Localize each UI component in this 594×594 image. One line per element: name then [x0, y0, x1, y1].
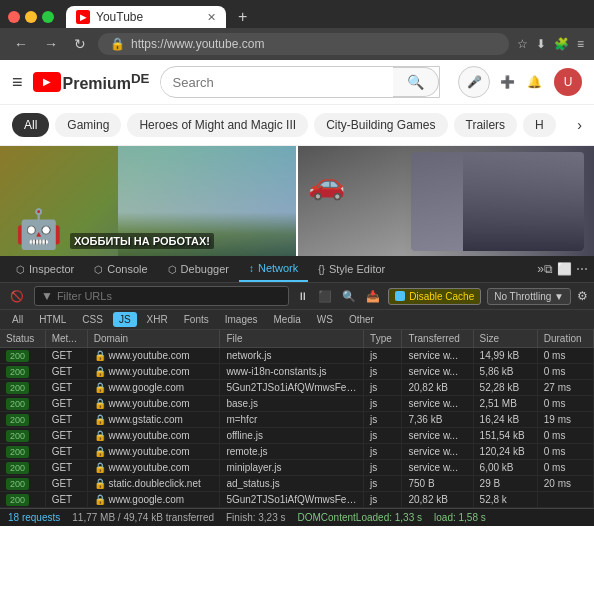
chip-more[interactable]: H — [523, 113, 556, 137]
chip-trailers[interactable]: Trailers — [454, 113, 518, 137]
filter-other[interactable]: Other — [343, 312, 380, 327]
pause-icon[interactable]: ⏸ — [295, 288, 310, 304]
type-cell: js — [364, 364, 402, 380]
table-row[interactable]: 200 GET 🔒 www.youtube.com offline.js js … — [0, 428, 594, 444]
close-button[interactable] — [8, 11, 20, 23]
stop-icon[interactable]: ⬛ — [316, 288, 334, 305]
chip-heroes[interactable]: Heroes of Might and Magic III — [127, 113, 308, 137]
table-row[interactable]: 200 GET 🔒 www.google.com 5Gun2TJSo1iAfQW… — [0, 492, 594, 508]
tab-inspector[interactable]: ⬡ Inspector — [6, 257, 84, 281]
disable-cache-checkbox[interactable] — [395, 291, 405, 301]
video-thumb-left[interactable]: 🤖 ХОББИТЫ НА РОБОТАХ! — [0, 146, 298, 256]
table-row[interactable]: 200 GET 🔒 www.gstatic.com m=hfcr js 7,36… — [0, 412, 594, 428]
filter-fonts[interactable]: Fonts — [178, 312, 215, 327]
more-tabs-button[interactable]: » — [537, 262, 544, 276]
domain-cell: 🔒 www.youtube.com — [87, 364, 220, 380]
size-cell: 120,24 kB — [473, 444, 537, 460]
filter-xhr[interactable]: XHR — [141, 312, 174, 327]
status-cell: 200 — [0, 412, 45, 428]
table-row[interactable]: 200 GET 🔒 www.youtube.com miniplayer.js … — [0, 460, 594, 476]
create-icon[interactable]: ➕ — [500, 75, 515, 89]
tab-close-button[interactable]: ✕ — [207, 11, 216, 24]
col-header-transferred[interactable]: Transferred — [402, 330, 473, 348]
status-cell: 200 — [0, 444, 45, 460]
chip-all[interactable]: All — [12, 113, 49, 137]
duration-cell: 27 ms — [537, 380, 593, 396]
filter-ws[interactable]: WS — [311, 312, 339, 327]
youtube-logo[interactable]: PremiumDE — [33, 71, 150, 93]
video-thumb-right[interactable]: 🚗 — [298, 146, 594, 256]
forward-button[interactable]: → — [40, 34, 62, 54]
search-icon[interactable]: 🔍 — [340, 288, 358, 305]
table-row[interactable]: 200 GET 🔒 www.youtube.com www-i18n-const… — [0, 364, 594, 380]
download-icon[interactable]: ⬇ — [536, 37, 546, 51]
bookmark-icon[interactable]: ☆ — [517, 37, 528, 51]
table-row[interactable]: 200 GET 🔒 www.youtube.com network.js js … — [0, 348, 594, 364]
filter-images[interactable]: Images — [219, 312, 264, 327]
undock-button[interactable]: ⬜ — [557, 262, 572, 276]
col-header-type[interactable]: Type — [364, 330, 402, 348]
table-row[interactable]: 200 GET 🔒 www.youtube.com remote.js js s… — [0, 444, 594, 460]
domain-cell: 🔒 static.doubleclick.net — [87, 476, 220, 492]
size-cell: 151,54 kB — [473, 428, 537, 444]
notification-icon[interactable]: 🔔 — [527, 75, 542, 89]
clear-button[interactable]: 🚫 — [6, 288, 28, 305]
avatar[interactable]: U — [554, 68, 582, 96]
search-input[interactable] — [161, 69, 394, 96]
filter-media[interactable]: Media — [268, 312, 307, 327]
menu-icon[interactable]: ≡ — [577, 37, 584, 51]
type-cell: js — [364, 396, 402, 412]
col-header-duration[interactable]: Duration — [537, 330, 593, 348]
search-bar[interactable]: 🔍 — [160, 66, 441, 98]
duration-cell: 0 ms — [537, 428, 593, 444]
col-header-domain[interactable]: Domain — [87, 330, 220, 348]
col-header-file[interactable]: File — [220, 330, 364, 348]
new-tab-button[interactable]: + — [230, 8, 255, 26]
method-cell: GET — [45, 364, 87, 380]
active-tab[interactable]: ▶ YouTube ✕ — [66, 6, 226, 28]
url-input[interactable]: 🔒 https://www.youtube.com — [98, 33, 509, 55]
table-row[interactable]: 200 GET 🔒 www.youtube.com base.js js ser… — [0, 396, 594, 412]
chip-city-building[interactable]: City-Building Games — [314, 113, 447, 137]
filter-js[interactable]: JS — [113, 312, 137, 327]
duration-cell — [537, 492, 593, 508]
import-icon[interactable]: 📥 — [364, 288, 382, 305]
col-header-method[interactable]: Met... — [45, 330, 87, 348]
chip-gaming[interactable]: Gaming — [55, 113, 121, 137]
youtube-logo-text: PremiumDE — [63, 71, 150, 93]
table-row[interactable]: 200 GET 🔒 static.doubleclick.net ad_stat… — [0, 476, 594, 492]
tab-debugger[interactable]: ⬡ Debugger — [158, 257, 239, 281]
status-cell: 200 — [0, 364, 45, 380]
tab-console[interactable]: ⬡ Console — [84, 257, 157, 281]
col-header-status[interactable]: Status — [0, 330, 45, 348]
duration-cell: 0 ms — [537, 396, 593, 412]
mic-button[interactable]: 🎤 — [458, 66, 490, 98]
table-row[interactable]: 200 GET 🔒 www.google.com 5Gun2TJSo1iAfQW… — [0, 380, 594, 396]
col-header-size[interactable]: Size — [473, 330, 537, 348]
filter-all[interactable]: All — [6, 312, 29, 327]
tab-style-editor[interactable]: {} Style Editor — [308, 257, 395, 281]
duration-cell: 0 ms — [537, 460, 593, 476]
settings-icon[interactable]: ⚙ — [577, 289, 588, 303]
video-section: 🤖 ХОББИТЫ НА РОБОТАХ! 🚗 — [0, 146, 594, 256]
minimize-button[interactable] — [25, 11, 37, 23]
network-rows-body: 200 GET 🔒 www.youtube.com network.js js … — [0, 348, 594, 508]
disable-cache-toggle[interactable]: Disable Cache — [388, 288, 481, 305]
more-options-button[interactable]: ⋯ — [576, 262, 588, 276]
extensions-icon[interactable]: 🧩 — [554, 37, 569, 51]
size-cell: 52,28 kB — [473, 380, 537, 396]
filter-css[interactable]: CSS — [76, 312, 109, 327]
back-button[interactable]: ← — [10, 34, 32, 54]
refresh-button[interactable]: ↻ — [70, 34, 90, 54]
category-arrow[interactable]: › — [577, 117, 582, 133]
tab-network[interactable]: ↕ Network — [239, 256, 308, 282]
filter-input-container[interactable]: ▼ — [34, 286, 289, 306]
hamburger-menu[interactable]: ≡ — [12, 72, 23, 93]
throttling-select[interactable]: No Throttling ▼ — [487, 288, 571, 305]
tab-favicon: ▶ — [76, 10, 90, 24]
filter-input[interactable] — [57, 290, 282, 302]
filter-html[interactable]: HTML — [33, 312, 72, 327]
dock-button[interactable]: ⧉ — [544, 262, 553, 276]
maximize-button[interactable] — [42, 11, 54, 23]
search-button[interactable]: 🔍 — [393, 67, 439, 97]
